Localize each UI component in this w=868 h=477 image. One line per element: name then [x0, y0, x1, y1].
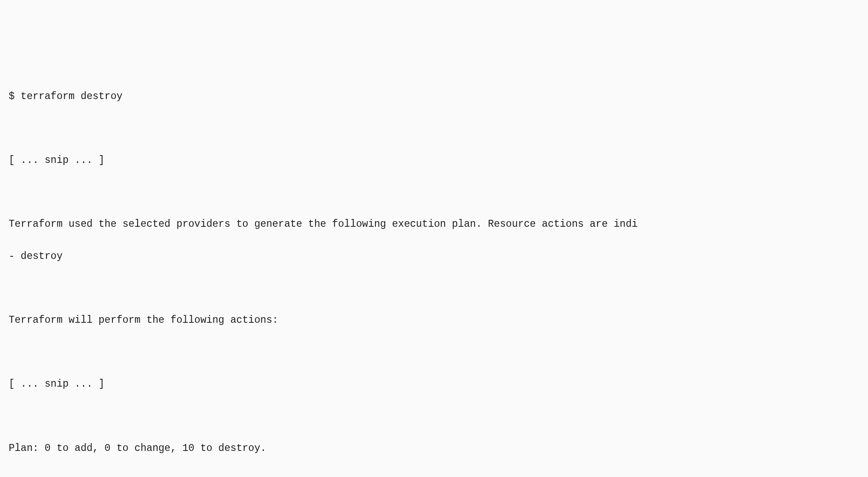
terminal-line [9, 281, 859, 297]
terminal-line [9, 344, 859, 361]
terminal-line [9, 185, 859, 201]
terminal-line [9, 472, 859, 477]
terminal-line: [ ... snip ... ] [9, 376, 859, 392]
terminal-line [9, 408, 859, 424]
terminal-line: $ terraform destroy [9, 89, 859, 105]
terminal-line: - destroy [9, 248, 859, 265]
terminal-line: Terraform used the selected providers to… [9, 216, 859, 232]
terminal-output: $ terraform destroy [ ... snip ... ] Ter… [9, 73, 859, 477]
terminal-line: Terraform will perform the following act… [9, 312, 859, 328]
terminal-line: Plan: 0 to add, 0 to change, 10 to destr… [9, 441, 859, 457]
terminal-line: [ ... snip ... ] [9, 152, 859, 169]
terminal-line [9, 121, 859, 137]
